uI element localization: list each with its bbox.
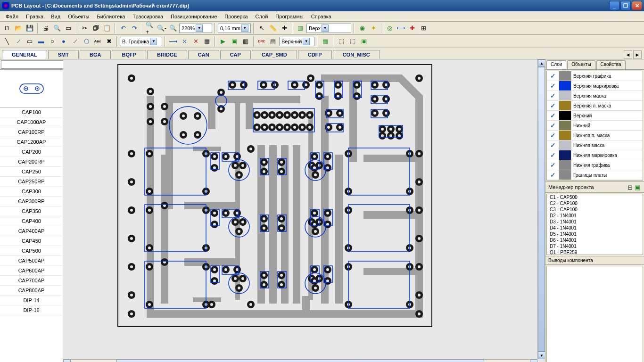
linewidth-combo[interactable]: 0,16 mm▼ [218, 24, 251, 33]
list-item[interactable]: CAP300RP [0, 197, 63, 206]
text-icon[interactable]: Авс [92, 36, 103, 47]
route-icon[interactable]: ⟿ [168, 36, 178, 47]
open-icon[interactable]: 📂 [13, 23, 24, 33]
tab-prev-icon[interactable]: ◄ [624, 50, 632, 59]
drc-icon[interactable]: DRC [256, 36, 267, 47]
zoomfit-icon[interactable]: 🔍 [168, 23, 178, 33]
stop-icon[interactable]: ▣ [229, 36, 239, 47]
menu-programs[interactable]: Программы [272, 13, 307, 20]
table-icon[interactable]: ⊞ [418, 23, 429, 33]
layer-row[interactable]: ✓Верхний [547, 111, 643, 121]
run-icon[interactable]: ▶ [218, 36, 228, 47]
rtab-layers[interactable]: Слои [546, 60, 566, 69]
list-item[interactable]: CAP800AP [0, 286, 63, 296]
list-item[interactable]: D4 - 1N4001 [547, 225, 643, 231]
layer-row[interactable]: ✓Верхняя маска [547, 91, 643, 101]
unroute-icon[interactable]: ⤫ [179, 36, 190, 47]
undo-icon[interactable]: ↶ [118, 23, 128, 33]
sch-icon[interactable]: ▤ [268, 36, 278, 47]
rtab-objects[interactable]: Объекты [567, 60, 595, 69]
menu-layer[interactable]: Слой [252, 13, 272, 20]
list-item[interactable]: CAP600AP [0, 266, 63, 276]
upper-combo[interactable]: Верхний▼ [279, 37, 314, 46]
chip3-icon[interactable]: ▣ [359, 36, 369, 47]
layer-list[interactable]: ✓Верхняя графика✓Верхняя маркировка✓Верх… [546, 71, 643, 181]
titleblock-icon[interactable]: ▭ [63, 23, 74, 33]
layer-combo[interactable]: Верх▼ [306, 24, 351, 33]
close-button[interactable]: ✕ [632, 1, 642, 10]
project-list[interactable]: C1 - CAP500C2 - CAP100C3 - CAP100D2 - 1N… [546, 194, 643, 255]
zoomin-icon[interactable]: 🔍+ [145, 23, 156, 33]
tab-can[interactable]: CAN [188, 50, 219, 59]
tab-general[interactable]: GENERAL [2, 50, 47, 59]
layer-row[interactable]: ✓Нижняя маска [547, 140, 643, 150]
list-item[interactable]: Q1 - PBF259 [547, 249, 643, 255]
list-item[interactable]: CAP300 [0, 187, 63, 197]
menu-library[interactable]: Библиотека [93, 13, 129, 20]
list-item[interactable]: CAP500 [0, 246, 63, 256]
chip2-icon[interactable]: ⬚ [347, 36, 358, 47]
list-item[interactable]: D6 - 1N4001 [547, 237, 643, 243]
preview-icon[interactable]: 🔍 [52, 23, 62, 33]
minimize-button[interactable]: _ [609, 1, 619, 10]
maximize-button[interactable]: ❐ [620, 1, 631, 10]
pointer-icon[interactable]: ↖ [256, 23, 267, 33]
tab-smt[interactable]: SMT [48, 50, 79, 59]
print-icon[interactable]: 🖨 [41, 23, 51, 33]
list-item[interactable]: CAP100RP [0, 127, 63, 137]
measure-icon[interactable]: 📏 [268, 23, 278, 33]
list-item[interactable]: CAP400 [0, 216, 63, 226]
dimension-icon[interactable]: ⟷ [396, 23, 406, 33]
layer-row[interactable]: ✓Нижний [547, 121, 643, 131]
list-item[interactable]: CAP450 [0, 236, 63, 246]
menu-file[interactable]: Файл [2, 13, 22, 20]
list-item[interactable]: CAP200RP [0, 157, 63, 167]
redo-icon[interactable]: ↷ [129, 23, 140, 33]
list-item[interactable]: CAP700AP [0, 276, 63, 286]
tab-bqfp[interactable]: BQFP [112, 50, 146, 59]
tab-conmisc[interactable]: CON_MISC [333, 50, 380, 59]
tab-cap[interactable]: CAP [220, 50, 251, 59]
layer-row[interactable]: ✓Верхняя графика [547, 71, 643, 81]
copper-icon[interactable]: ▦ [202, 36, 212, 47]
grid-icon[interactable]: ✚ [407, 23, 417, 33]
menu-check[interactable]: Проверка [221, 13, 251, 20]
search-input[interactable] [1, 60, 67, 69]
menu-view[interactable]: Вид [47, 13, 64, 20]
list-item[interactable]: D7 - 1N4001 [547, 243, 643, 249]
paste-icon[interactable]: 📋 [102, 23, 112, 33]
tab-next-icon[interactable]: ► [633, 50, 642, 59]
projmgr-icon1[interactable]: ⊟ [626, 183, 634, 191]
list-item[interactable]: CAP400AP [0, 226, 63, 236]
rtab-props[interactable]: Свойства [596, 60, 626, 69]
net-icon[interactable]: ✕ [190, 36, 201, 47]
list-item[interactable]: DIP-16 [0, 305, 63, 315]
tab-bga[interactable]: BGA [80, 50, 111, 59]
zoomout-icon[interactable]: 🔍- [157, 23, 167, 33]
zoom-combo[interactable]: 220%▼ [179, 24, 212, 33]
via-icon[interactable]: ✦ [368, 23, 379, 33]
list-item[interactable]: CAP1200AP [0, 137, 63, 147]
new-icon[interactable]: 🗋 [2, 23, 12, 33]
menu-help[interactable]: Справка [307, 13, 335, 20]
layer-row[interactable]: ✓Нижняя графика [547, 160, 643, 170]
line-icon[interactable]: ╲ [2, 36, 12, 47]
list-item[interactable]: CAP100 [0, 107, 63, 117]
hole-icon[interactable]: ◎ [384, 23, 395, 33]
list-item[interactable]: CAP200 [0, 147, 63, 157]
layer-row[interactable]: ✓Верхняя маркировка [547, 81, 643, 91]
fillrect-icon[interactable]: ▬ [36, 36, 46, 47]
rect-icon[interactable]: ▭ [25, 36, 35, 47]
cut-icon[interactable]: ✂ [79, 23, 90, 33]
ellipse-icon[interactable]: ○ [47, 36, 58, 47]
chip1-icon[interactable]: ⬚ [336, 36, 347, 47]
fillellipse-icon[interactable]: ● [58, 36, 69, 47]
copy-icon[interactable]: 🗐 [91, 23, 101, 33]
list-item[interactable]: CAP250 [0, 167, 63, 177]
list-item[interactable]: D5 - 1N4001 [547, 231, 643, 237]
list-item[interactable]: D3 - 1N4001 [547, 219, 643, 225]
canvas[interactable]: ▲▼ ◄► [63, 59, 545, 362]
list-item[interactable]: CAP250RP [0, 177, 63, 187]
tab-capsmd[interactable]: CAP_SMD [252, 50, 297, 59]
component-icon[interactable]: ▥ [295, 23, 305, 33]
